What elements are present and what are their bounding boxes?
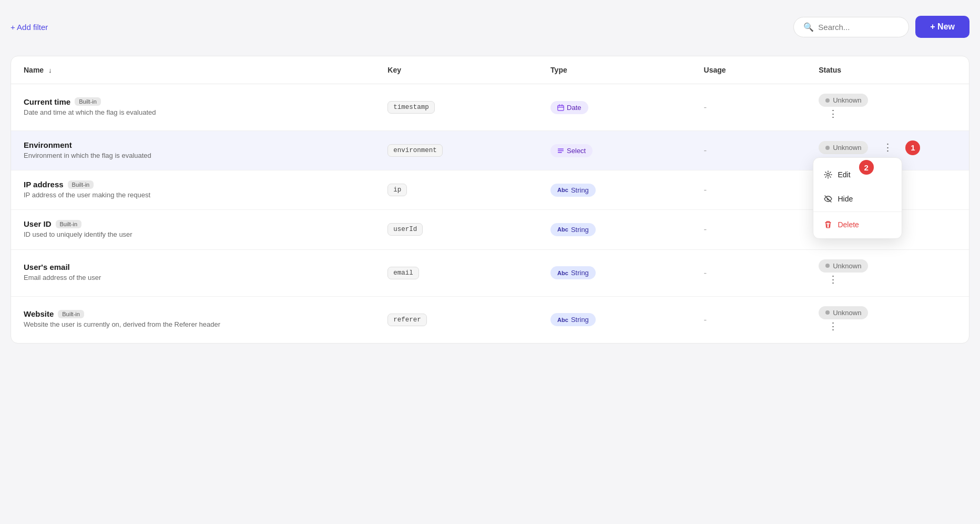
col-status: Status <box>806 56 969 84</box>
cell-status: Unknown ⋮ <box>806 296 969 343</box>
status-dot <box>825 146 830 150</box>
row-name-desc: Website the user is currently on, derive… <box>24 320 362 329</box>
abc-icon: Abc <box>557 317 568 323</box>
more-options-button[interactable]: ⋮ <box>824 273 842 287</box>
row-name-title: User's email <box>24 263 362 271</box>
status-label: Unknown <box>833 309 861 317</box>
hide-menu-item[interactable]: Hide <box>813 188 902 209</box>
delete-label: Delete <box>838 220 859 229</box>
cell-type: Abc String <box>538 296 691 343</box>
cell-status: Unknown ⋮ <box>806 249 969 296</box>
search-box: 🔍 <box>793 17 909 37</box>
cell-type: Select <box>538 131 691 170</box>
key-badge: referer <box>387 314 427 326</box>
row-name-title: Current time Built-in <box>24 97 362 106</box>
col-type: Type <box>538 56 691 84</box>
cell-usage: - <box>691 296 807 343</box>
more-options-button[interactable]: ⋮ <box>824 319 842 334</box>
col-name[interactable]: Name ↓ <box>11 56 375 84</box>
status-dot <box>825 310 830 315</box>
new-button[interactable]: + New <box>915 16 969 38</box>
cell-key: environment <box>375 131 538 170</box>
builtin-badge: Built-in <box>68 180 94 189</box>
gear-icon <box>824 170 832 179</box>
cell-status: Unknown ⋮ <box>806 84 969 131</box>
table-row: Environment Environment in which the fla… <box>11 131 969 170</box>
top-bar: + Add filter 🔍 + New <box>11 11 969 43</box>
usage-value: - <box>704 145 707 155</box>
cell-usage: - <box>691 210 807 249</box>
cell-usage: - <box>691 84 807 131</box>
row-name-text: Environment <box>24 140 72 149</box>
step-badge-1: 1 <box>905 140 920 155</box>
table-row: User's email Email address of the user e… <box>11 249 969 296</box>
type-badge: Abc String <box>550 313 596 326</box>
dropdown-divider <box>813 211 902 212</box>
builtin-badge: Built-in <box>58 310 84 318</box>
usage-value: - <box>704 102 707 112</box>
step-badge-2: 2 <box>859 160 874 175</box>
row-name-text: Current time <box>24 97 70 106</box>
hide-icon <box>824 195 832 203</box>
type-badge: Abc String <box>550 184 596 197</box>
status-label: Unknown <box>833 96 861 104</box>
type-badge: Abc String <box>550 266 596 279</box>
row-name-text: User's email <box>24 263 70 271</box>
builtin-badge: Built-in <box>75 97 101 106</box>
status-label: Unknown <box>833 144 861 152</box>
cell-key: ip <box>375 170 538 210</box>
status-badge: Unknown <box>819 141 868 154</box>
search-input[interactable] <box>818 23 899 32</box>
key-badge: environment <box>387 144 443 157</box>
status-label: Unknown <box>833 262 861 270</box>
abc-icon: Abc <box>557 187 568 193</box>
properties-table-container: Name ↓ Key Type Usage Status Current tim… <box>11 56 969 344</box>
cell-type: Abc String <box>538 210 691 249</box>
cell-usage: - <box>691 249 807 296</box>
status-dot <box>825 264 830 268</box>
cell-key: timestamp <box>375 84 538 131</box>
row-name-title: IP address Built-in <box>24 180 362 189</box>
abc-icon: Abc <box>557 226 568 233</box>
row-name-text: IP address <box>24 180 64 189</box>
cell-name: User ID Built-in ID used to uniquely ide… <box>11 210 375 249</box>
cell-key: referer <box>375 296 538 343</box>
svg-rect-0 <box>558 105 564 110</box>
cell-key: userId <box>375 210 538 249</box>
key-badge: timestamp <box>387 101 435 114</box>
key-badge: ip <box>387 184 407 196</box>
key-badge: userId <box>387 223 423 236</box>
sort-icon: ↓ <box>48 66 52 74</box>
type-badge: Select <box>550 144 593 157</box>
cell-type: Date <box>538 84 691 131</box>
key-badge: email <box>387 267 419 279</box>
col-key: Key <box>375 56 538 84</box>
type-badge: Abc String <box>550 223 596 236</box>
select-icon <box>557 147 564 154</box>
row-name-desc: IP address of the user making the reques… <box>24 190 362 200</box>
cell-usage: - <box>691 131 807 170</box>
add-filter-button[interactable]: + Add filter <box>11 23 48 32</box>
cell-type: Abc String <box>538 170 691 210</box>
row-name-text: User ID <box>24 219 52 228</box>
status-badge: Unknown <box>819 94 868 107</box>
builtin-badge: Built-in <box>56 220 82 228</box>
cell-name: IP address Built-in IP address of the us… <box>11 170 375 210</box>
more-options-button[interactable]: ⋮ <box>879 140 897 155</box>
delete-icon <box>824 220 832 229</box>
delete-menu-item[interactable]: Delete <box>813 214 902 235</box>
usage-value: - <box>704 315 707 325</box>
status-badge: Unknown <box>819 306 868 319</box>
usage-value: - <box>704 185 707 195</box>
row-name-desc: Email address of the user <box>24 273 362 283</box>
status-dot <box>825 98 830 103</box>
more-options-button[interactable]: ⋮ <box>824 107 842 121</box>
row-name-title: Environment <box>24 140 362 149</box>
cell-name: Environment Environment in which the fla… <box>11 131 375 170</box>
table-row: Website Built-in Website the user is cur… <box>11 296 969 343</box>
calendar-icon <box>557 104 564 111</box>
cell-usage: - <box>691 170 807 210</box>
edit-menu-item[interactable]: Edit 2 <box>813 161 902 188</box>
properties-table: Name ↓ Key Type Usage Status Current tim… <box>11 56 969 343</box>
table-row: Current time Built-in Date and time at w… <box>11 84 969 131</box>
